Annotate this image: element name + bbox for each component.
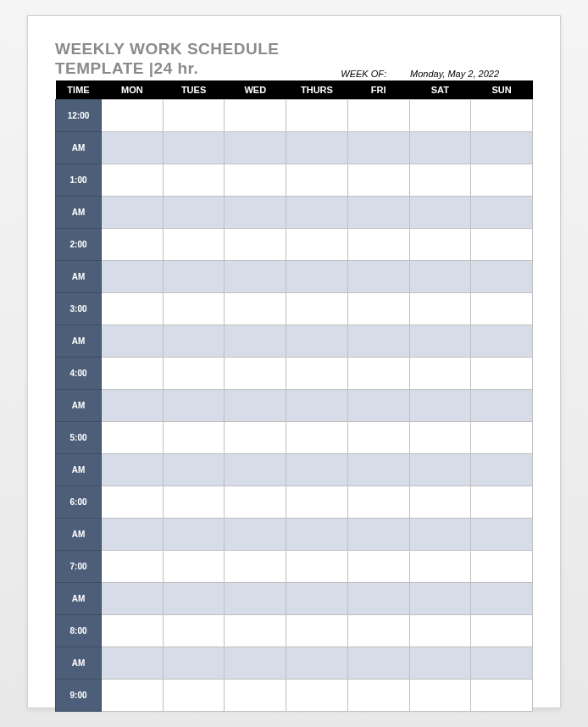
schedule-cell[interactable] <box>471 325 533 357</box>
schedule-cell[interactable] <box>471 389 533 421</box>
schedule-cell[interactable] <box>102 99 164 131</box>
schedule-cell[interactable] <box>409 164 471 196</box>
schedule-cell[interactable] <box>225 228 286 260</box>
schedule-cell[interactable] <box>347 292 409 325</box>
schedule-cell[interactable] <box>471 357 533 389</box>
schedule-cell[interactable] <box>286 647 348 679</box>
schedule-cell[interactable] <box>225 260 286 292</box>
schedule-cell[interactable] <box>286 614 348 647</box>
schedule-cell[interactable] <box>102 357 164 389</box>
schedule-cell[interactable] <box>225 164 286 196</box>
schedule-cell[interactable] <box>163 228 225 260</box>
schedule-cell[interactable] <box>225 292 286 325</box>
schedule-cell[interactable] <box>286 550 348 582</box>
schedule-cell[interactable] <box>225 614 286 647</box>
schedule-cell[interactable] <box>471 614 533 647</box>
schedule-cell[interactable] <box>102 453 164 486</box>
schedule-cell[interactable] <box>471 550 533 582</box>
schedule-cell[interactable] <box>409 453 471 486</box>
schedule-cell[interactable] <box>409 518 471 550</box>
schedule-cell[interactable] <box>347 164 409 196</box>
schedule-cell[interactable] <box>471 421 533 453</box>
schedule-cell[interactable] <box>163 196 225 228</box>
schedule-cell[interactable] <box>409 647 471 679</box>
schedule-cell[interactable] <box>163 421 225 453</box>
schedule-cell[interactable] <box>163 550 225 582</box>
schedule-cell[interactable] <box>102 131 164 164</box>
schedule-cell[interactable] <box>347 582 409 614</box>
schedule-cell[interactable] <box>409 486 471 518</box>
schedule-cell[interactable] <box>102 518 164 550</box>
schedule-cell[interactable] <box>225 518 286 550</box>
schedule-cell[interactable] <box>409 325 471 357</box>
schedule-cell[interactable] <box>471 486 533 518</box>
schedule-cell[interactable] <box>286 453 348 486</box>
schedule-cell[interactable] <box>347 325 409 357</box>
schedule-cell[interactable] <box>347 357 409 389</box>
schedule-cell[interactable] <box>163 389 225 421</box>
schedule-cell[interactable] <box>163 647 225 679</box>
schedule-cell[interactable] <box>163 518 225 550</box>
schedule-cell[interactable] <box>225 550 286 582</box>
schedule-cell[interactable] <box>471 292 533 325</box>
schedule-cell[interactable] <box>102 582 164 614</box>
schedule-cell[interactable] <box>409 421 471 453</box>
schedule-cell[interactable] <box>409 582 471 614</box>
schedule-cell[interactable] <box>163 292 225 325</box>
schedule-cell[interactable] <box>471 679 533 711</box>
schedule-cell[interactable] <box>163 614 225 647</box>
schedule-cell[interactable] <box>347 196 409 228</box>
schedule-cell[interactable] <box>471 196 533 228</box>
schedule-cell[interactable] <box>409 292 471 325</box>
schedule-cell[interactable] <box>286 260 348 292</box>
schedule-cell[interactable] <box>409 550 471 582</box>
schedule-cell[interactable] <box>102 228 164 260</box>
schedule-cell[interactable] <box>471 518 533 550</box>
schedule-cell[interactable] <box>347 389 409 421</box>
schedule-cell[interactable] <box>409 228 471 260</box>
schedule-cell[interactable] <box>409 614 471 647</box>
schedule-cell[interactable] <box>286 679 348 711</box>
schedule-cell[interactable] <box>471 647 533 679</box>
schedule-cell[interactable] <box>225 325 286 357</box>
schedule-cell[interactable] <box>471 228 533 260</box>
schedule-cell[interactable] <box>286 228 348 260</box>
schedule-cell[interactable] <box>225 99 286 131</box>
schedule-cell[interactable] <box>102 550 164 582</box>
schedule-cell[interactable] <box>347 614 409 647</box>
schedule-cell[interactable] <box>286 292 348 325</box>
schedule-cell[interactable] <box>409 389 471 421</box>
schedule-cell[interactable] <box>163 260 225 292</box>
schedule-cell[interactable] <box>163 99 225 131</box>
schedule-cell[interactable] <box>286 196 348 228</box>
schedule-cell[interactable] <box>347 421 409 453</box>
schedule-cell[interactable] <box>102 292 164 325</box>
schedule-cell[interactable] <box>102 679 164 711</box>
schedule-cell[interactable] <box>225 131 286 164</box>
schedule-cell[interactable] <box>347 99 409 131</box>
schedule-cell[interactable] <box>347 550 409 582</box>
schedule-cell[interactable] <box>286 486 348 518</box>
schedule-cell[interactable] <box>102 614 164 647</box>
schedule-cell[interactable] <box>409 131 471 164</box>
schedule-cell[interactable] <box>286 99 348 131</box>
schedule-cell[interactable] <box>225 582 286 614</box>
schedule-cell[interactable] <box>286 582 348 614</box>
schedule-cell[interactable] <box>163 582 225 614</box>
schedule-cell[interactable] <box>409 260 471 292</box>
schedule-cell[interactable] <box>163 325 225 357</box>
schedule-cell[interactable] <box>471 164 533 196</box>
schedule-cell[interactable] <box>163 486 225 518</box>
schedule-cell[interactable] <box>225 196 286 228</box>
schedule-cell[interactable] <box>409 196 471 228</box>
schedule-cell[interactable] <box>409 99 471 131</box>
schedule-cell[interactable] <box>163 453 225 486</box>
schedule-cell[interactable] <box>102 325 164 357</box>
schedule-cell[interactable] <box>225 647 286 679</box>
schedule-cell[interactable] <box>225 389 286 421</box>
schedule-cell[interactable] <box>286 131 348 164</box>
schedule-cell[interactable] <box>471 131 533 164</box>
schedule-cell[interactable] <box>102 389 164 421</box>
schedule-cell[interactable] <box>347 518 409 550</box>
schedule-cell[interactable] <box>471 582 533 614</box>
